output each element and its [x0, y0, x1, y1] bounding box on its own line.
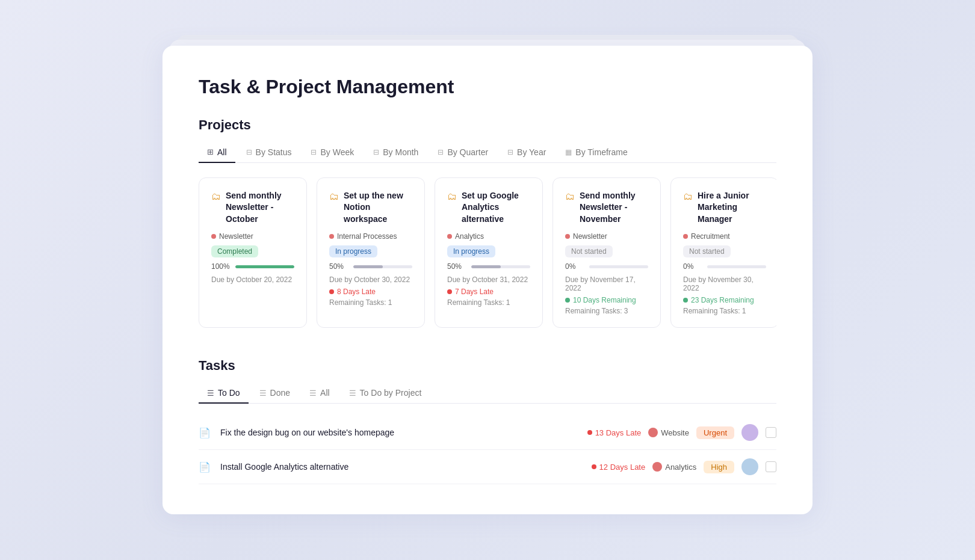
card-3-tag: Analytics [447, 232, 530, 241]
tab-tasks-todo[interactable]: ☰ To Do [199, 383, 249, 404]
tag-dot-4 [565, 234, 570, 239]
card-4-progress-row: 0% [565, 262, 648, 271]
project-card-3[interactable]: 🗂 Set up Google Analytics alternative An… [435, 177, 543, 328]
task-1-priority: Urgent [696, 426, 734, 439]
card-3-due-date: Due by October 31, 2022 [447, 275, 530, 284]
card-1-tag: Newsletter [211, 232, 294, 241]
card-1-progress-bar-fill [235, 265, 294, 268]
task-1-checkbox[interactable] [766, 427, 776, 438]
card-4-due-date: Due by November 17, 2022 [565, 275, 648, 292]
card-5-progress-row: 0% [683, 262, 766, 271]
folder-icon-5: 🗂 [683, 191, 693, 202]
grid-icon: ⊞ [207, 147, 214, 156]
card-3-progress-row: 50% [447, 262, 530, 271]
card-4-status: Not started [565, 245, 613, 257]
card-2-progress-bar-bg [353, 265, 412, 268]
tab-projects-by-month[interactable]: ⊟ By Month [365, 143, 427, 163]
project-card-4[interactable]: 🗂 Send monthly Newsletter - November New… [552, 177, 661, 328]
task-2-checkbox[interactable] [766, 461, 776, 472]
list-icon-1: ☰ [207, 389, 214, 398]
project-card-1[interactable]: 🗂 Send monthly Newsletter - October News… [199, 177, 307, 328]
card-2-progress-bar-fill [353, 265, 383, 268]
projects-section-title: Projects [199, 117, 776, 133]
card-3-progress-bar-fill [471, 265, 501, 268]
red-dot-2 [329, 289, 334, 294]
card-4-remaining: Remaining Tasks: 3 [565, 307, 648, 315]
task-row-1: 📄 Fix the design bug on our website's ho… [199, 416, 776, 450]
task-2-late-badge: 12 Days Late [592, 463, 646, 472]
tab-projects-by-week[interactable]: ⊟ By Week [302, 143, 362, 163]
task-1-late-badge: 13 Days Late [587, 428, 642, 437]
card-2-progress-label: 50% [329, 262, 348, 271]
card-2-progress-row: 50% [329, 262, 412, 271]
tab-projects-all[interactable]: ⊞ All [199, 143, 235, 163]
card-3-late-row: 7 Days Late [447, 288, 530, 296]
folder-icon-1: 🗂 [211, 191, 221, 202]
card-5-late-text: 23 Days Remaining [691, 296, 754, 304]
card-1-progress-bar-bg [235, 265, 294, 268]
tab-projects-by-timeframe[interactable]: ▦ By Timeframe [557, 143, 636, 163]
card-5-remaining: Remaining Tasks: 1 [683, 307, 766, 315]
task-2-priority: High [704, 461, 734, 473]
green-dot-4 [565, 298, 570, 303]
card-1-due-date: Due by October 20, 2022 [211, 275, 294, 284]
tab-tasks-all[interactable]: ☰ All [301, 383, 338, 404]
card-3-progress-label: 50% [447, 262, 466, 271]
card-3-title: Set up Google Analytics alternative [462, 190, 530, 226]
main-panel: Task & Project Management Projects ⊞ All… [162, 46, 812, 515]
table-icon-5: ⊟ [507, 148, 513, 156]
tasks-section-title: Tasks [199, 358, 776, 374]
tab-projects-by-year[interactable]: ⊟ By Year [499, 143, 554, 163]
folder-icon-2: 🗂 [329, 191, 339, 202]
card-4-progress-bar-bg [589, 265, 648, 268]
table-icon-4: ⊟ [438, 148, 444, 156]
card-1-progress-row: 100% [211, 262, 294, 271]
task-1-name[interactable]: Fix the design bug on our website's home… [220, 428, 578, 437]
folder-icon-4: 🗂 [565, 191, 575, 202]
card-5-progress-label: 0% [683, 262, 702, 271]
card-1-status: Completed [211, 245, 258, 257]
card-2-due-date: Due by October 30, 2022 [329, 275, 412, 284]
card-2-late-text: 8 Days Late [337, 288, 376, 296]
tasks-section: Tasks ☰ To Do ☰ Done ☰ All ☰ To Do by Pr… [199, 358, 776, 484]
red-dot-task-2 [592, 464, 596, 469]
tag-dot-5 [683, 234, 688, 239]
card-3-late-text: 7 Days Late [455, 288, 494, 296]
card-4-title: Send monthly Newsletter - November [580, 190, 648, 226]
red-dot-3 [447, 289, 452, 294]
task-2-name[interactable]: Install Google Analytics alternative [220, 462, 582, 472]
task-file-icon-2: 📄 [199, 461, 211, 473]
card-5-remaining-row: 23 Days Remaining [683, 296, 766, 304]
card-4-progress-label: 0% [565, 262, 584, 271]
tab-projects-by-quarter[interactable]: ⊟ By Quarter [429, 143, 497, 163]
task-2-category: Analytics [652, 462, 696, 472]
card-3-progress-bar-bg [471, 265, 530, 268]
task-2-meta: 12 Days Late Analytics High [592, 458, 776, 475]
green-dot-5 [683, 298, 688, 303]
task-1-meta: 13 Days Late Website Urgent [587, 424, 776, 441]
card-2-late-row: 8 Days Late [329, 288, 412, 296]
task-file-icon-1: 📄 [199, 427, 211, 438]
task-1-avatar [741, 424, 758, 441]
page-title: Task & Project Management [199, 76, 776, 98]
card-3-status: In progress [447, 245, 495, 257]
card-4-tag: Newsletter [565, 232, 648, 241]
tag-dot-3 [447, 234, 452, 239]
projects-cards-row: 🗂 Send monthly Newsletter - October News… [199, 177, 776, 328]
task-row-2: 📄 Install Google Analytics alternative 1… [199, 450, 776, 484]
category-icon-2 [652, 462, 662, 472]
card-2-status: In progress [329, 245, 377, 257]
card-2-tag: Internal Processes [329, 232, 412, 241]
card-3-remaining: Remaining Tasks: 1 [447, 298, 530, 307]
card-1-progress-label: 100% [211, 262, 231, 271]
calendar-icon: ▦ [565, 148, 572, 156]
card-5-progress-bar-bg [707, 265, 766, 268]
tab-tasks-todo-by-project[interactable]: ☰ To Do by Project [341, 383, 430, 404]
list-icon-3: ☰ [309, 389, 317, 398]
tab-tasks-done[interactable]: ☰ Done [251, 383, 299, 404]
tab-projects-by-status[interactable]: ⊟ By Status [238, 143, 300, 163]
red-dot-task-1 [587, 430, 592, 435]
project-card-2[interactable]: 🗂 Set up the new Notion workspace Intern… [317, 177, 425, 328]
project-card-5[interactable]: 🗂 Hire a Junior Marketing Manager Recrui… [670, 177, 776, 328]
projects-section: Projects ⊞ All ⊟ By Status ⊟ By Week ⊟ B… [199, 117, 776, 328]
